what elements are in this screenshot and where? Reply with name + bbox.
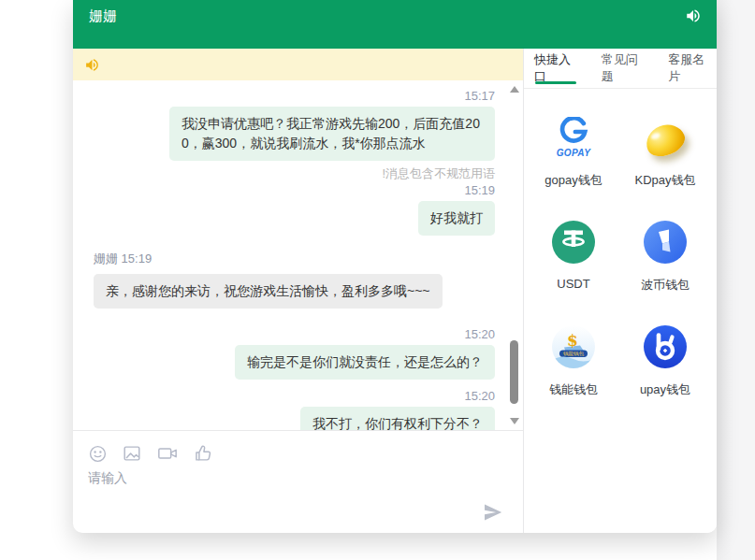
gopay-brand-text: GOPAY [557, 148, 591, 158]
wallet-label: KDpay钱包 [634, 172, 695, 189]
wallet-item-bobi[interactable]: 波币钱包 [620, 212, 710, 294]
usdt-tether-icon [552, 212, 595, 272]
svg-text:$: $ [567, 331, 578, 350]
image-icon[interactable] [122, 443, 142, 464]
thumbs-up-icon[interactable] [193, 443, 213, 464]
message-row: 我没申请优惠吧？我正常游戏先输200，后面充值200，赢300，就说我刷流水，我… [94, 107, 495, 161]
message-list[interactable]: 15:17 我没申请优惠吧？我正常游戏先输200，后面充值200，赢300，就说… [73, 80, 523, 430]
composer-toolbar [88, 443, 508, 464]
message-input[interactable] [88, 470, 490, 519]
gopay-icon: GOPAY [555, 108, 592, 167]
sound-toggle-icon[interactable] [685, 7, 702, 24]
wallet-grid: GOPAY gopay钱包 KDpay钱包 [524, 89, 717, 398]
wallet-item-upay[interactable]: upay钱包 [620, 317, 710, 398]
bobi-wallet-icon [644, 212, 687, 272]
agent-message-label: 姗姗 15:19 [94, 251, 495, 267]
video-icon[interactable] [156, 443, 179, 464]
qianneng-icon-caption: 钱能钱包 [562, 351, 585, 357]
outgoing-message-bubble: 我不打，你们有权利下分不？ [300, 407, 495, 430]
tab-agent-card[interactable]: 客服名片 [668, 49, 717, 88]
composer [73, 430, 523, 533]
wallet-item-qianneng[interactable]: $ 钱能钱包 钱能钱包 [529, 317, 618, 398]
emoji-icon[interactable] [88, 444, 108, 464]
message-row: 亲，感谢您的来访，祝您游戏生活愉快，盈利多多哦~~~ [94, 274, 495, 309]
agent-name-title: 姗姗 [89, 7, 117, 24]
outgoing-message-bubble: 输完是不是你们就没责任，还是怎么的？ [235, 345, 495, 380]
outgoing-message-bubble: 我没申请优惠吧？我正常游戏先输200，后面充值200，赢300，就说我刷流水，我… [169, 107, 495, 161]
scroll-up-arrow[interactable] [510, 86, 519, 93]
message-row: 我不打，你们有权利下分不？ [94, 407, 495, 430]
chat-widget: 姗姗 15:17 我没申请优惠吧？我正常游戏先输200，后面充值200，赢300… [73, 0, 717, 533]
message-timestamp: 15:20 [94, 327, 495, 341]
wallet-label: USDT [557, 277, 589, 291]
wallet-item-kdpay[interactable]: KDpay钱包 [620, 108, 710, 189]
qianneng-wallet-icon: $ 钱能钱包 [552, 317, 595, 377]
page-background-strip [717, 0, 755, 560]
wallet-item-usdt[interactable]: USDT [529, 212, 618, 294]
upay-wallet-icon [644, 317, 687, 377]
chat-header: 姗姗 [73, 0, 717, 49]
message-timestamp: 15:19 [94, 183, 495, 197]
wallet-label: upay钱包 [640, 381, 690, 398]
wallet-label: 钱能钱包 [549, 381, 598, 398]
send-button[interactable] [482, 501, 504, 524]
notice-bar [73, 49, 523, 80]
scroll-down-arrow[interactable] [510, 418, 519, 424]
tab-faq[interactable]: 常见问题 [602, 49, 650, 88]
message-row: 输完是不是你们就没责任，还是怎么的？ [94, 345, 495, 380]
incoming-message-bubble: 亲，感谢您的来访，祝您游戏生活愉快，盈利多多哦~~~ [94, 274, 443, 309]
wallet-item-gopay[interactable]: GOPAY gopay钱包 [529, 108, 618, 189]
chat-panel: 15:17 我没申请优惠吧？我正常游戏先输200，后面充值200，赢300，就说… [73, 49, 524, 533]
wallet-label: gopay钱包 [544, 172, 602, 189]
message-timestamp: 15:20 [94, 389, 495, 403]
notice-speaker-icon [84, 57, 100, 73]
scrollbar-thumb[interactable] [510, 340, 518, 404]
scrollbar-track[interactable] [508, 80, 521, 430]
side-panel: 快捷入口 常见问题 客服名片 GOPAY gopay钱包 [524, 49, 717, 533]
message-row: 好我就打 [94, 201, 495, 236]
side-panel-tabs: 快捷入口 常见问题 客服名片 [524, 49, 717, 89]
kdpay-bean-icon [646, 108, 685, 167]
tab-quick-entry[interactable]: 快捷入口 [534, 49, 583, 88]
outgoing-message-bubble: 好我就打 [418, 201, 495, 236]
message-warning: !消息包含不规范用语 [94, 165, 495, 182]
wallet-label: 波币钱包 [641, 277, 690, 294]
message-timestamp: 15:17 [94, 89, 495, 103]
